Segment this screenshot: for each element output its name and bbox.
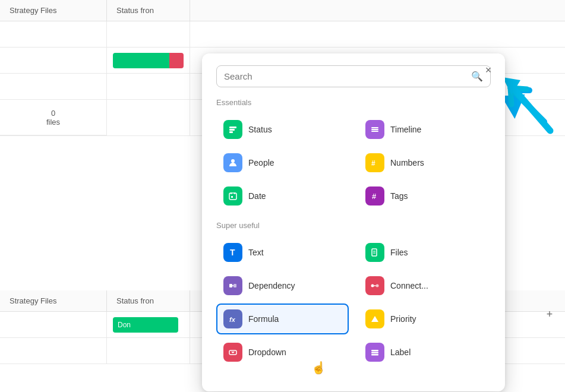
numbers-icon: #: [365, 153, 384, 172]
priority-icon: [365, 309, 384, 328]
status-cell: [107, 21, 190, 47]
arrow-annotation: [500, 71, 559, 139]
svg-rect-6: [371, 129, 378, 130]
svg-text:T: T: [230, 248, 235, 257]
status-bar-red-part: [169, 53, 184, 68]
svg-point-22: [371, 284, 374, 287]
strategy-cell: [0, 312, 107, 337]
col-strategy-header: Strategy Files: [0, 0, 107, 21]
status-bar-green-part: [113, 53, 169, 68]
menu-item-priority[interactable]: Priority: [358, 304, 491, 334]
table-row: [0, 21, 565, 48]
menu-item-timeline[interactable]: Timeline: [358, 114, 491, 145]
status-cell: [107, 48, 190, 73]
menu-item-tags[interactable]: # Tags: [358, 181, 491, 211]
strategy-cell: [0, 74, 107, 99]
svg-rect-31: [371, 354, 378, 356]
menu-item-people[interactable]: People: [216, 147, 349, 178]
menu-item-text[interactable]: T Text: [216, 237, 349, 268]
col-strategy-header-2: Strategy Files: [0, 290, 107, 311]
svg-rect-3: [229, 129, 235, 131]
dropdown-icon: [223, 343, 242, 362]
status-icon: [223, 120, 242, 139]
status-cell: [107, 74, 190, 99]
close-button[interactable]: ×: [480, 62, 497, 78]
menu-item-formula[interactable]: fx Formula: [216, 304, 349, 334]
connect-label: Connect...: [390, 281, 428, 290]
svg-text:#: #: [371, 159, 375, 167]
svg-point-23: [376, 284, 379, 287]
svg-text:fx: fx: [229, 316, 236, 323]
svg-rect-20: [233, 284, 236, 287]
super-useful-section-title: Super useful: [216, 221, 491, 230]
menu-item-dependency[interactable]: Dependency: [216, 270, 349, 301]
people-icon: [223, 153, 242, 172]
menu-item-files[interactable]: Files: [358, 237, 491, 268]
label-icon: [365, 343, 384, 362]
menu-item-numbers[interactable]: # Numbers: [358, 147, 491, 178]
date-icon: [223, 186, 242, 206]
svg-rect-30: [371, 352, 378, 354]
text-icon: T: [223, 243, 242, 262]
svg-point-8: [231, 159, 235, 163]
col-status-header-2: Status fron: [107, 290, 190, 311]
empty-cell: [107, 100, 190, 135]
essentials-section-title: Essentials: [216, 98, 491, 107]
people-label: People: [248, 158, 274, 167]
status-done-bar: Don: [113, 317, 178, 333]
search-input[interactable]: [224, 71, 466, 81]
files-count-cell: 0 files: [0, 100, 107, 135]
status-label: Status: [248, 125, 272, 134]
dependency-icon: [223, 276, 242, 295]
svg-text:#: #: [372, 192, 377, 201]
priority-label: Priority: [390, 314, 416, 324]
status-cell: [107, 338, 190, 363]
label-label: Label: [390, 347, 411, 357]
timeline-icon: [365, 120, 384, 139]
svg-rect-4: [229, 131, 233, 133]
dependency-label: Dependency: [248, 281, 295, 290]
menu-item-label[interactable]: Label: [358, 337, 491, 368]
files-icon-label: Files: [390, 248, 408, 257]
files-count: 0: [51, 109, 55, 118]
svg-rect-5: [371, 127, 378, 128]
svg-rect-7: [371, 131, 378, 132]
connect-icon: [365, 276, 384, 295]
svg-marker-26: [371, 316, 378, 322]
field-picker-popup: × 🔍 Essentials Status Timeline People: [202, 53, 505, 391]
strategy-cell: [0, 48, 107, 73]
formula-icon: fx: [223, 309, 242, 328]
formula-label: Formula: [248, 314, 279, 324]
col-status-header: Status fron: [107, 0, 190, 21]
tags-label: Tags: [390, 191, 408, 201]
tags-icon: #: [365, 186, 384, 206]
svg-rect-16: [372, 249, 377, 256]
svg-marker-28: [231, 352, 235, 353]
text-label: Text: [248, 248, 264, 257]
strategy-cell: [0, 338, 107, 363]
files-icon: [365, 243, 384, 262]
essentials-grid: Status Timeline People # Numbers: [216, 114, 491, 211]
super-useful-grid: T Text Files Dependency Connect...: [216, 237, 491, 368]
svg-rect-19: [229, 284, 232, 287]
menu-item-status[interactable]: Status: [216, 114, 349, 145]
date-label: Date: [248, 191, 266, 201]
strategy-cell: [0, 21, 107, 47]
search-box: 🔍: [216, 65, 491, 87]
cursor-indicator: ☝️: [311, 361, 326, 375]
add-column-button[interactable]: +: [541, 306, 558, 323]
numbers-label: Numbers: [390, 158, 424, 167]
svg-rect-29: [371, 350, 378, 352]
svg-line-0: [512, 86, 550, 131]
svg-rect-2: [229, 127, 236, 128]
status-cell: Don: [107, 312, 190, 337]
menu-item-date[interactable]: Date: [216, 181, 349, 211]
table-header-top: Strategy Files Status fron: [0, 0, 565, 21]
dropdown-label: Dropdown: [248, 347, 286, 357]
files-label: files: [46, 118, 60, 127]
menu-item-connect[interactable]: Connect...: [358, 270, 491, 301]
menu-item-dropdown[interactable]: Dropdown: [216, 337, 349, 368]
timeline-label: Timeline: [390, 125, 421, 134]
svg-rect-13: [231, 196, 233, 198]
